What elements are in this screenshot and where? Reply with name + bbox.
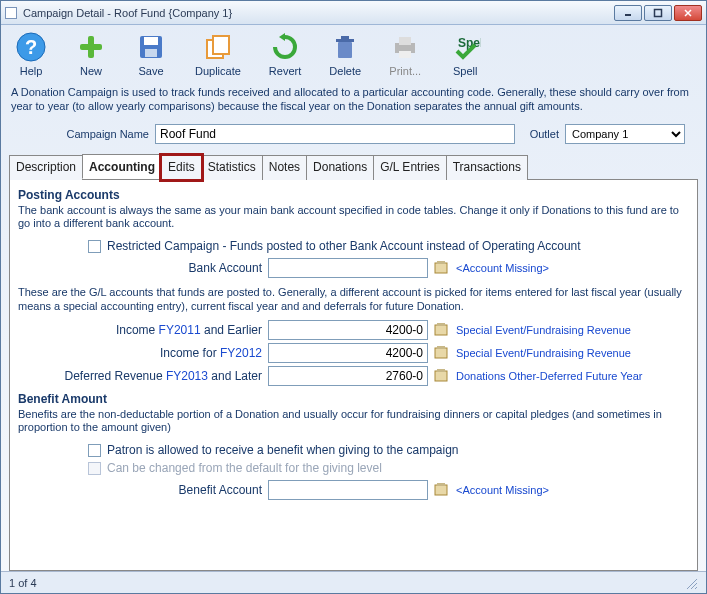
fiscal-year-link[interactable]: FY2012 bbox=[220, 346, 262, 360]
print-label: Print... bbox=[389, 65, 421, 77]
posting-accounts-desc: The bank account is always the same as y… bbox=[18, 204, 689, 232]
lookup-icon[interactable] bbox=[433, 321, 451, 339]
duplicate-button[interactable]: Duplicate bbox=[195, 31, 241, 77]
duplicate-label: Duplicate bbox=[195, 65, 241, 77]
bank-account-missing-link[interactable]: <Account Missing> bbox=[456, 262, 549, 274]
svg-rect-7 bbox=[80, 44, 102, 50]
fiscal-year-link[interactable]: FY2013 bbox=[166, 369, 208, 383]
income-prior-account-link[interactable]: Special Event/Fundraising Revenue bbox=[456, 324, 631, 336]
benefit-account-missing-link[interactable]: <Account Missing> bbox=[456, 484, 549, 496]
save-button[interactable]: Save bbox=[135, 31, 167, 77]
bank-account-row: Bank Account <Account Missing> bbox=[18, 258, 689, 278]
svg-rect-15 bbox=[336, 39, 354, 42]
svg-rect-10 bbox=[145, 49, 157, 57]
help-button[interactable]: ? Help bbox=[15, 31, 47, 77]
window-title: Campaign Detail - Roof Fund {Company 1} bbox=[23, 7, 614, 19]
svg-rect-16 bbox=[341, 36, 349, 39]
tab-donations[interactable]: Donations bbox=[306, 155, 374, 180]
benefit-allow-label: Patron is allowed to receive a benefit w… bbox=[107, 443, 459, 457]
plus-icon bbox=[75, 31, 107, 63]
help-icon: ? bbox=[15, 31, 47, 63]
window-frame: Campaign Detail - Roof Fund {Company 1} … bbox=[0, 0, 707, 594]
benefit-change-checkbox bbox=[88, 462, 101, 475]
svg-rect-25 bbox=[435, 348, 447, 358]
tab-notes[interactable]: Notes bbox=[262, 155, 307, 180]
toolbar: ? Help New Save Duplicate Revert Delete … bbox=[1, 25, 706, 79]
income-current-label: Income for FY2012 bbox=[18, 346, 268, 360]
new-label: New bbox=[80, 65, 102, 77]
tab-panel-accounting: Posting Accounts The bank account is alw… bbox=[9, 180, 698, 571]
svg-rect-9 bbox=[144, 37, 158, 45]
lookup-icon[interactable] bbox=[433, 481, 451, 499]
bank-account-input[interactable] bbox=[268, 258, 428, 278]
svg-rect-26 bbox=[437, 346, 445, 349]
delete-button[interactable]: Delete bbox=[329, 31, 361, 77]
tab-statistics[interactable]: Statistics bbox=[201, 155, 263, 180]
lookup-icon[interactable] bbox=[433, 344, 451, 362]
help-label: Help bbox=[20, 65, 43, 77]
spell-button[interactable]: Spell Spell bbox=[449, 31, 481, 77]
lookup-icon[interactable] bbox=[433, 367, 451, 385]
income-prior-input[interactable] bbox=[268, 320, 428, 340]
minimize-button[interactable] bbox=[614, 5, 642, 21]
svg-rect-14 bbox=[338, 42, 352, 58]
svg-marker-13 bbox=[279, 33, 285, 41]
trash-icon bbox=[329, 31, 361, 63]
tab-edits[interactable]: Edits bbox=[161, 155, 202, 180]
svg-rect-30 bbox=[437, 483, 445, 486]
income-prior-row: Income FY2011 and Earlier Special Event/… bbox=[18, 320, 689, 340]
income-current-account-link[interactable]: Special Event/Fundraising Revenue bbox=[456, 347, 631, 359]
benefit-account-input[interactable] bbox=[268, 480, 428, 500]
fiscal-year-link[interactable]: FY2011 bbox=[159, 323, 201, 337]
titlebar: Campaign Detail - Roof Fund {Company 1} bbox=[1, 1, 706, 25]
window-controls bbox=[614, 5, 702, 21]
income-current-input[interactable] bbox=[268, 343, 428, 363]
print-button[interactable]: Print... bbox=[389, 31, 421, 77]
benefit-account-label: Benefit Account bbox=[18, 483, 268, 497]
income-prior-label: Income FY2011 and Earlier bbox=[18, 323, 268, 337]
tab-description[interactable]: Description bbox=[9, 155, 83, 180]
svg-rect-12 bbox=[213, 36, 229, 54]
benefit-amount-title: Benefit Amount bbox=[18, 392, 689, 406]
posting-accounts-title: Posting Accounts bbox=[18, 188, 689, 202]
deferred-revenue-account-link[interactable]: Donations Other-Deferred Future Year bbox=[456, 370, 643, 382]
income-current-row: Income for FY2012 Special Event/Fundrais… bbox=[18, 343, 689, 363]
tab-accounting[interactable]: Accounting bbox=[82, 154, 162, 179]
body-area: A Donation Campaign is used to track fun… bbox=[1, 79, 706, 571]
benefit-amount-desc: Benefits are the non-deductable portion … bbox=[18, 408, 689, 436]
new-button[interactable]: New bbox=[75, 31, 107, 77]
maximize-button[interactable] bbox=[644, 5, 672, 21]
svg-text:?: ? bbox=[25, 36, 37, 58]
svg-rect-1 bbox=[655, 9, 662, 16]
svg-rect-24 bbox=[437, 323, 445, 326]
deferred-revenue-label: Deferred Revenue FY2013 and Later bbox=[18, 369, 268, 383]
spell-icon: Spell bbox=[449, 31, 481, 63]
revert-label: Revert bbox=[269, 65, 301, 77]
campaign-name-input[interactable] bbox=[155, 124, 515, 144]
save-label: Save bbox=[138, 65, 163, 77]
titlebar-checkbox[interactable] bbox=[5, 7, 17, 19]
restricted-campaign-checkbox[interactable] bbox=[88, 240, 101, 253]
tab-transactions[interactable]: Transactions bbox=[446, 155, 528, 180]
close-button[interactable] bbox=[674, 5, 702, 21]
benefit-change-label: Can be changed from the default for the … bbox=[107, 461, 382, 475]
statusbar: 1 of 4 bbox=[1, 571, 706, 593]
benefit-allow-checkbox[interactable] bbox=[88, 444, 101, 457]
deferred-revenue-input[interactable] bbox=[268, 366, 428, 386]
resize-grip[interactable] bbox=[684, 576, 698, 590]
tab-gl-entries[interactable]: G/L Entries bbox=[373, 155, 447, 180]
revert-button[interactable]: Revert bbox=[269, 31, 301, 77]
svg-line-33 bbox=[695, 587, 697, 589]
svg-rect-19 bbox=[399, 51, 411, 58]
campaign-name-label: Campaign Name bbox=[9, 128, 155, 140]
revert-icon bbox=[269, 31, 301, 63]
campaign-name-row: Campaign Name Outlet Company 1 bbox=[9, 124, 698, 144]
lookup-icon[interactable] bbox=[433, 259, 451, 277]
gl-desc: These are the G/L accounts that funds ar… bbox=[18, 286, 689, 314]
delete-label: Delete bbox=[329, 65, 361, 77]
tab-strip: Description Accounting Edits Statistics … bbox=[9, 154, 698, 180]
svg-rect-23 bbox=[435, 325, 447, 335]
outlet-label: Outlet bbox=[515, 128, 565, 140]
outlet-select[interactable]: Company 1 bbox=[565, 124, 685, 144]
printer-icon bbox=[389, 31, 421, 63]
